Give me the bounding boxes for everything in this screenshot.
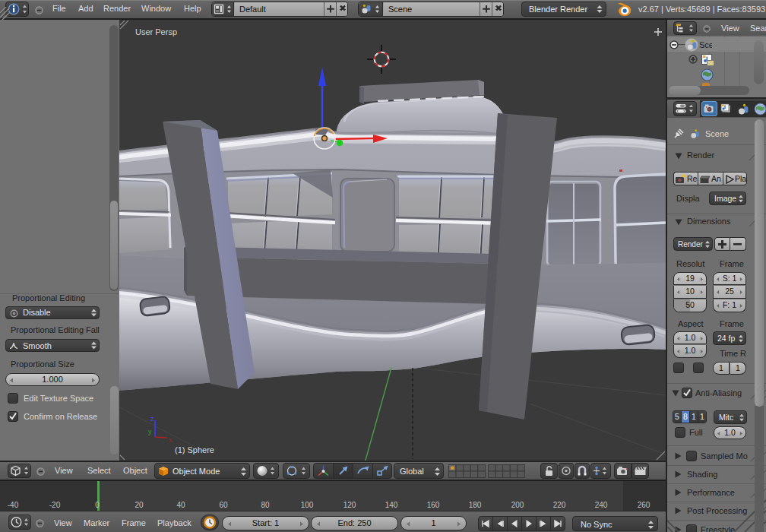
svg-text:140: 140 [385, 501, 398, 509]
svg-text:20: 20 [135, 501, 144, 509]
svg-text:120: 120 [343, 501, 356, 509]
svg-text:-20: -20 [49, 501, 61, 509]
svg-text:100: 100 [301, 501, 314, 509]
svg-text:z: z [150, 415, 154, 423]
svg-text:y: y [148, 428, 152, 435]
svg-text:(1) Sphere: (1) Sphere [175, 445, 214, 454]
svg-text:0: 0 [95, 501, 100, 509]
svg-text:240: 240 [595, 501, 608, 509]
svg-text:x: x [169, 436, 173, 444]
svg-text:260: 260 [638, 501, 650, 509]
svg-text:40: 40 [176, 501, 185, 509]
svg-text:200: 200 [511, 501, 524, 509]
svg-text:-40: -40 [8, 501, 19, 509]
svg-text:220: 220 [553, 501, 566, 509]
svg-text:80: 80 [261, 501, 270, 509]
svg-text:160: 160 [427, 501, 440, 509]
svg-text:180: 180 [469, 501, 482, 509]
svg-text:60: 60 [219, 501, 228, 509]
svg-text:User Persp: User Persp [135, 27, 177, 36]
